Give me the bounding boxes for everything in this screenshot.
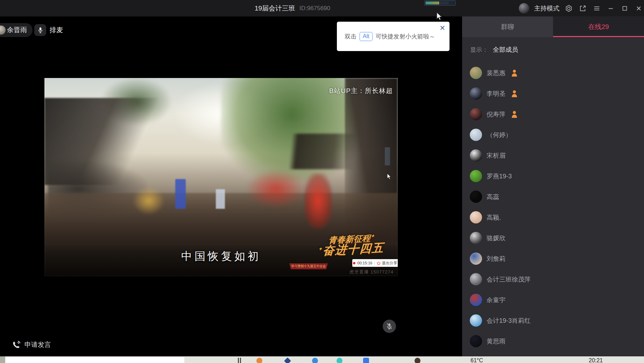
member-avatar — [470, 252, 482, 265]
member-name: （何婷） — [487, 131, 512, 139]
member-list-item[interactable]: 高颖. — [462, 207, 644, 228]
orange-app-icon[interactable] — [256, 358, 262, 363]
taskbar-clock[interactable]: 20:21 — [589, 357, 603, 363]
tab-group-chat[interactable]: 群聊 — [462, 16, 553, 37]
member-avatar — [470, 129, 482, 141]
os-taskbar[interactable]: 61°C 20:21 — [0, 356, 644, 363]
member-avatar — [470, 211, 482, 223]
star-icon: ✦ — [370, 233, 375, 239]
member-name: 罗燕19-3 — [487, 172, 512, 180]
blue-app-icon[interactable] — [312, 358, 318, 363]
member-avatar — [470, 149, 482, 162]
audio-level-meter — [424, 0, 456, 6]
member-list-item[interactable]: 余童宇 — [462, 290, 644, 310]
video-stage: 余晋雨 排麦 B — [0, 16, 462, 356]
member-badge-icon — [511, 69, 518, 77]
member-avatar — [470, 335, 482, 347]
member-list-item[interactable]: 黄思雨 — [462, 331, 644, 351]
teal-app-icon[interactable] — [337, 358, 342, 363]
mic-muted-button[interactable] — [383, 320, 396, 333]
menu-icon[interactable] — [592, 4, 601, 13]
power-icon — [377, 261, 381, 265]
member-avatar — [470, 87, 482, 100]
member-avatar — [470, 170, 482, 182]
member-name: 高颖. — [487, 213, 501, 222]
screen-share-control-pill: 00:15:16 退出分享 — [352, 259, 398, 267]
microphone-icon[interactable] — [34, 24, 46, 36]
member-name: 余童宇 — [487, 296, 505, 304]
classroom-app-window: 19届会计三班 ID:9675690 主持模式 — [0, 0, 644, 363]
host-mode-label[interactable]: 主持模式 — [534, 4, 559, 13]
member-avatar — [470, 108, 482, 120]
filter-label: 显示： — [470, 46, 488, 54]
mic-off-icon — [386, 323, 392, 330]
member-avatar — [470, 273, 482, 285]
filter-value-dropdown[interactable]: 全部成员 — [493, 45, 518, 54]
tab-online-members[interactable]: 在线29 — [553, 16, 644, 37]
video-side-tab[interactable] — [385, 147, 390, 165]
member-avatar — [470, 294, 482, 306]
avatar[interactable] — [519, 3, 529, 14]
member-list: 裴悉惠 李明圣 倪寿萍 （何婷） 宋析眉 — [462, 63, 644, 363]
member-badge-icon — [511, 110, 518, 118]
video-slogan-banner: 学习贯彻十九届五中全会 — [289, 263, 328, 269]
member-list-item[interactable]: 倪寿萍 — [462, 104, 644, 124]
close-icon[interactable]: ✕ — [439, 24, 445, 31]
paused-media-icon[interactable] — [238, 358, 241, 363]
member-name: 骆媛欣 — [487, 234, 505, 242]
member-list-item[interactable]: 李明圣 — [462, 83, 644, 104]
taskbar-left-block — [0, 356, 5, 363]
request-speak-button[interactable]: 申请发言 — [12, 340, 51, 349]
settings-gear-icon[interactable] — [564, 4, 573, 13]
star-icon: ✦ — [318, 246, 323, 252]
mic-queue-label: 排麦 — [50, 26, 63, 35]
blue-square-app-icon[interactable] — [363, 358, 369, 363]
member-list-item[interactable]: 会计19-3肖莉红 — [462, 310, 644, 331]
title-bar: 19届会计三班 ID:9675690 主持模式 — [0, 0, 644, 16]
alt-key-badge: Alt — [360, 32, 373, 41]
member-name: 会计三班徐茂萍 — [487, 275, 531, 284]
maximize-button[interactable] — [620, 4, 629, 13]
video-cursor-icon — [387, 173, 392, 180]
member-name: 高蕊 — [487, 193, 499, 201]
member-list-item[interactable]: 骆媛欣 — [462, 228, 644, 248]
minimize-button[interactable] — [606, 4, 615, 13]
mic-queue-button[interactable]: 排麦 — [34, 24, 63, 36]
open-external-icon[interactable] — [578, 4, 587, 13]
shared-screen-video: B站UP主：所长林超 中国恢复如初 青春新征程✦ ✦奋进十四五 学习贯彻十九届五… — [44, 78, 398, 276]
request-speak-label: 申请发言 — [24, 340, 51, 349]
close-button[interactable] — [634, 4, 643, 13]
member-list-item[interactable]: 会计三班徐茂萍 — [462, 269, 644, 290]
member-list-item[interactable]: 裴悉惠 — [462, 63, 644, 83]
current-speaker-badge: 余晋雨 — [0, 23, 33, 37]
video-slogan-overlay: 青春新征程✦ ✦奋进十四五 — [314, 233, 389, 257]
member-name: 裴悉惠 — [487, 69, 505, 77]
member-avatar — [470, 314, 482, 327]
member-name: 倪寿萍 — [487, 110, 505, 119]
member-filter-row: 显示： 全部成员 — [470, 45, 518, 54]
room-id: ID:9675690 — [299, 5, 330, 12]
dark-app-icon[interactable] — [415, 358, 420, 363]
member-name: 会计19-3肖莉红 — [487, 316, 531, 325]
share-timer: 00:15:16 — [358, 261, 373, 265]
member-list-item[interactable]: 宋析眉 — [462, 145, 644, 166]
exit-share-button[interactable]: 退出分享 — [377, 261, 397, 266]
taskbar-window-preview[interactable] — [5, 357, 184, 363]
recording-dot-icon — [353, 262, 355, 264]
call-icon — [12, 340, 21, 349]
member-avatar — [470, 67, 482, 79]
member-list-item[interactable]: 罗燕19-3 — [462, 166, 644, 186]
member-avatar — [470, 232, 482, 244]
member-name: 黄思雨 — [487, 337, 505, 346]
member-name: 刘詹莉 — [487, 255, 505, 263]
navy-app-icon[interactable] — [284, 357, 291, 363]
member-name: 李明圣 — [487, 90, 505, 98]
member-list-item[interactable]: （何婷） — [462, 124, 644, 145]
member-name: 宋析眉 — [487, 151, 505, 160]
member-list-item[interactable]: 刘詹莉 — [462, 248, 644, 269]
tooltip-action: 双击 — [345, 33, 356, 41]
member-list-item[interactable]: 高蕊 — [462, 186, 644, 207]
stream-watermark: 虎牙直播 15077274 — [349, 269, 394, 275]
video-channel-overlay: B站UP主：所长林超 — [329, 86, 393, 95]
speaker-name: 余晋雨 — [7, 26, 27, 35]
